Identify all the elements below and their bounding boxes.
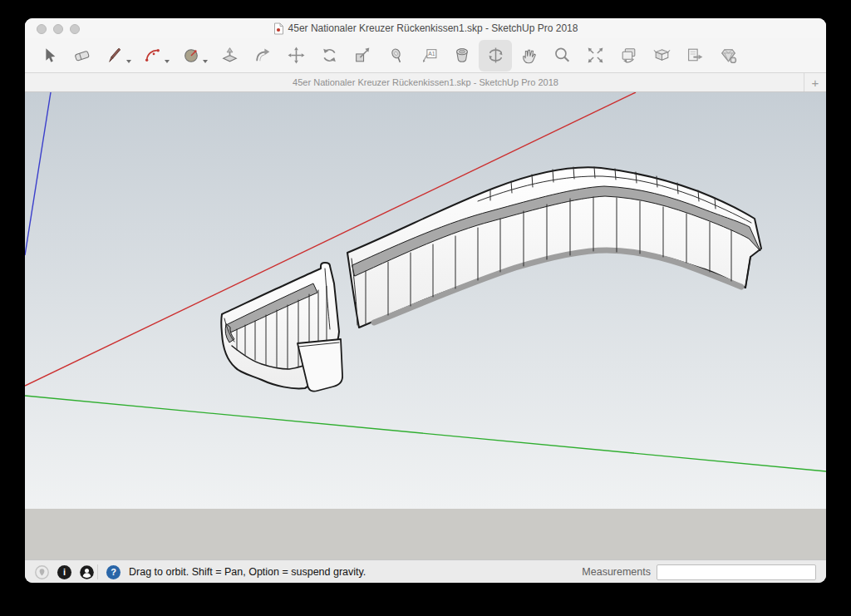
pan-tool-button[interactable] — [512, 40, 545, 71]
text-icon: A1 — [420, 46, 439, 65]
circle-icon — [182, 46, 201, 65]
move-tool-button[interactable] — [279, 40, 312, 71]
title-bar: 45er Nationaler Kreuzer Rückenkissen1.sk… — [25, 18, 826, 38]
scale-tool-button[interactable] — [346, 40, 379, 71]
get-models-3d-warehouse-icon — [652, 46, 671, 65]
geolocation-button[interactable] — [35, 565, 49, 579]
info-icon: i — [63, 567, 66, 577]
tab-bar: 45er Nationaler Kreuzer Rückenkissen1.sk… — [25, 73, 826, 92]
viewport-canvas — [25, 92, 826, 559]
line-tool-button[interactable] — [98, 40, 131, 71]
select-tool-button[interactable] — [32, 40, 65, 71]
geolocation-pin-icon — [35, 565, 49, 579]
select-icon — [39, 46, 58, 65]
magnifier-icon — [553, 46, 572, 65]
line-dropdown-caret[interactable] — [126, 60, 131, 63]
scale-icon — [353, 46, 372, 65]
previous-view-icon — [619, 46, 638, 65]
zoom-extents-tool-button[interactable] — [578, 40, 612, 71]
pencil-icon — [106, 46, 125, 65]
measurements-label: Measurements — [582, 566, 651, 578]
extension-warehouse-button[interactable] — [711, 40, 745, 71]
eraser-tool-button[interactable] — [65, 40, 98, 71]
window-title: 45er Nationaler Kreuzer Rückenkissen1.sk… — [288, 22, 578, 34]
pan-hand-icon — [519, 46, 539, 65]
sign-in-button[interactable] — [80, 565, 94, 579]
document-tab[interactable]: 45er Nationaler Kreuzer Rückenkissen1.sk… — [293, 77, 558, 87]
send-to-layout-button[interactable] — [678, 40, 711, 71]
shapes-dropdown-caret[interactable] — [203, 60, 208, 63]
svg-text:A1: A1 — [428, 51, 435, 57]
sketchup-window: 45er Nationaler Kreuzer Rückenkissen1.sk… — [25, 18, 826, 583]
push-pull-tool-button[interactable] — [213, 40, 246, 71]
tape-measure-icon — [386, 46, 406, 65]
new-tab-button[interactable]: + — [804, 73, 826, 91]
modeling-viewport[interactable] — [25, 92, 826, 559]
statusbar-divider — [97, 564, 98, 579]
extension-warehouse-icon — [719, 46, 738, 65]
push-pull-icon — [220, 46, 239, 65]
send-to-layout-icon — [686, 46, 705, 65]
ground-plane — [25, 509, 826, 559]
claim-credits-button[interactable]: i — [57, 565, 71, 579]
rotate-icon — [320, 46, 339, 65]
shapes-tool-button[interactable] — [175, 40, 208, 71]
measurements-input[interactable] — [657, 564, 816, 580]
arc-tool-button[interactable] — [136, 40, 170, 71]
follow-me-icon — [253, 46, 273, 65]
tape-measure-tool-button[interactable] — [379, 40, 412, 71]
zoom-extents-icon — [586, 46, 605, 65]
arc-icon — [144, 46, 163, 65]
paint-bucket-tool-button[interactable] — [445, 40, 479, 71]
user-icon — [80, 565, 94, 579]
text-tool-button[interactable]: A1 — [412, 40, 445, 71]
paint-bucket-icon — [453, 46, 472, 65]
rotate-tool-button[interactable] — [312, 40, 346, 71]
toolbar: A1 — [25, 38, 826, 73]
arc-dropdown-caret[interactable] — [165, 60, 170, 63]
help-icon: ? — [111, 567, 116, 577]
follow-me-tool-button[interactable] — [246, 40, 279, 71]
help-button[interactable]: ? — [106, 565, 121, 579]
previous-view-button[interactable] — [612, 40, 645, 71]
orbit-tool-button[interactable] — [479, 40, 512, 71]
get-models-button[interactable] — [645, 40, 678, 71]
move-icon — [287, 46, 306, 65]
document-icon — [273, 22, 284, 35]
status-bar: i ? Drag to orbit. Shift = Pan, Option =… — [25, 559, 826, 583]
orbit-icon — [486, 46, 505, 65]
zoom-tool-button[interactable] — [545, 40, 578, 71]
status-hint: Drag to orbit. Shift = Pan, Option = sus… — [129, 566, 366, 578]
eraser-icon — [72, 46, 91, 65]
